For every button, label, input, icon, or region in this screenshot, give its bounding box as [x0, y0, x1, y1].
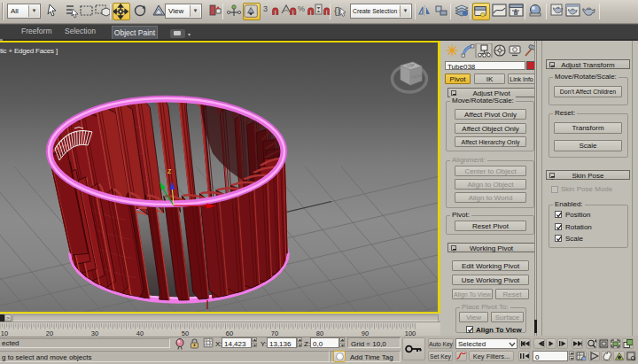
svg-text:{}: {} — [334, 5, 341, 16]
svg-text:90: 90 — [362, 329, 369, 337]
svg-text:80: 80 — [316, 329, 323, 337]
svg-text:70: 70 — [271, 329, 278, 337]
svg-text:40: 40 — [136, 329, 144, 337]
svg-text:%: % — [298, 4, 305, 13]
svg-text:3: 3 — [263, 4, 268, 13]
svg-text:50: 50 — [182, 329, 189, 337]
svg-text:10: 10 — [1, 329, 8, 337]
svg-text:Z: Z — [167, 168, 172, 174]
svg-text:30: 30 — [91, 329, 98, 337]
svg-text:20: 20 — [46, 329, 53, 337]
svg-text:60: 60 — [226, 329, 233, 337]
